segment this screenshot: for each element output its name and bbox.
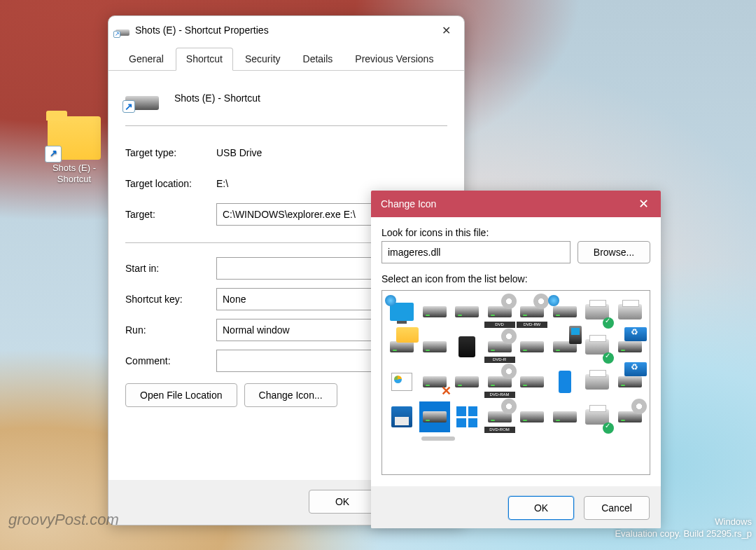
change-icon-button[interactable]: Change Icon...	[244, 383, 337, 407]
folder-icon	[48, 116, 101, 160]
icon-option[interactable]	[386, 366, 417, 397]
watermark-left: groovyPost.com	[8, 511, 119, 529]
start-in-label: Start in:	[125, 263, 216, 274]
icon-option[interactable]	[517, 366, 547, 397]
target-location-label: Target location:	[125, 178, 216, 189]
icon-option[interactable]	[517, 401, 547, 432]
target-location-value: E:\	[216, 178, 447, 189]
tab-previous-versions[interactable]: Previous Versions	[344, 48, 444, 71]
icon-option[interactable]	[550, 401, 580, 432]
target-type-label: Target type:	[125, 147, 216, 158]
shortcut-icon: ↗	[115, 25, 130, 36]
icon-option[interactable]	[582, 366, 612, 397]
icon-list[interactable]: DVD DVD-RW DVD-R ✕ DVD-RAM	[382, 290, 650, 475]
comment-label: Comment:	[125, 355, 216, 366]
icon-option[interactable]	[550, 331, 580, 362]
icon-option[interactable]	[419, 331, 450, 362]
shortcut-key-label: Shortcut key:	[125, 294, 216, 305]
desktop-shortcut[interactable]: Shots (E) - Shortcut	[36, 116, 112, 186]
icon-option[interactable]: DVD-RAM	[484, 366, 515, 397]
icon-option[interactable]	[615, 401, 645, 432]
desktop-shortcut-label: Shots (E) - Shortcut	[36, 163, 112, 186]
change-icon-dialog: Change Icon ✕ Look for icons in this fil…	[371, 191, 661, 528]
icon-option[interactable]	[451, 366, 482, 397]
icon-option[interactable]	[386, 296, 417, 327]
icon-option[interactable]	[451, 401, 482, 432]
icon-option[interactable]	[451, 296, 482, 327]
tabs: General Shortcut Security Details Previo…	[108, 47, 464, 71]
change-icon-title: Change Icon	[381, 198, 629, 209]
icon-option[interactable]	[582, 331, 612, 362]
icon-option[interactable]: DVD	[484, 296, 515, 327]
icon-option[interactable]	[451, 331, 482, 362]
icon-option[interactable]	[550, 296, 580, 327]
target-type-value: USB Drive	[216, 147, 447, 158]
watermark-right-line2: Evaluation copy. Build 25295.rs_p	[615, 528, 752, 540]
tab-shortcut[interactable]: Shortcut	[176, 48, 233, 71]
icon-option[interactable]	[615, 296, 645, 327]
select-icon-label: Select an icon from the list below:	[382, 273, 650, 284]
icon-option[interactable]	[517, 331, 547, 362]
icon-option[interactable]	[615, 331, 645, 362]
change-icon-cancel-button[interactable]: Cancel	[584, 496, 650, 520]
icon-option[interactable]	[582, 401, 612, 432]
icon-file-input[interactable]	[382, 241, 570, 263]
icon-option[interactable]: DVD-RW	[517, 296, 547, 327]
target-label: Target:	[125, 209, 216, 220]
titlebar[interactable]: ↗ Shots (E) - Shortcut Properties ✕	[108, 16, 464, 44]
icon-option[interactable]	[386, 331, 417, 362]
shortcut-heading: Shots (E) - Shortcut	[174, 92, 260, 104]
icon-option[interactable]	[386, 401, 417, 432]
tab-general[interactable]: General	[118, 48, 174, 71]
scrollbar[interactable]	[421, 436, 455, 441]
close-icon[interactable]: ✕	[629, 193, 658, 214]
icon-option[interactable]: DVD-ROM	[484, 401, 515, 432]
change-icon-ok-button[interactable]: OK	[508, 496, 574, 520]
open-file-location-button[interactable]: Open File Location	[125, 383, 237, 407]
icon-option[interactable]: DVD-R	[484, 331, 515, 362]
tab-security[interactable]: Security	[234, 48, 291, 71]
icon-option[interactable]	[550, 366, 580, 397]
run-label: Run:	[125, 324, 216, 336]
icon-option[interactable]	[582, 296, 612, 327]
shortcut-large-icon: ↗	[125, 86, 159, 110]
close-icon[interactable]: ✕	[432, 20, 460, 41]
window-title: Shots (E) - Shortcut Properties	[135, 25, 426, 36]
icon-option[interactable]	[419, 296, 450, 327]
icon-option[interactable]	[615, 366, 645, 397]
properties-ok-button[interactable]: OK	[309, 490, 376, 514]
tab-details[interactable]: Details	[293, 48, 344, 71]
icon-option-selected[interactable]	[419, 401, 450, 432]
change-icon-titlebar[interactable]: Change Icon ✕	[371, 191, 661, 217]
look-for-label: Look for icons in this file:	[382, 227, 650, 238]
browse-button[interactable]: Browse...	[578, 241, 650, 263]
icon-option[interactable]: ✕	[419, 366, 450, 397]
